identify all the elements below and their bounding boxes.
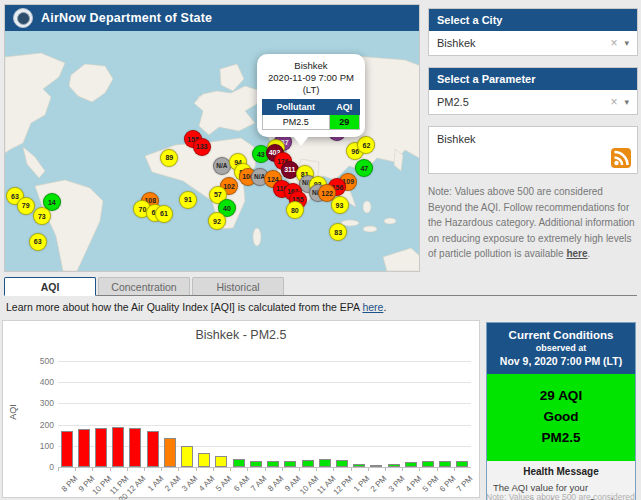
city-select-label: Select a City <box>429 9 637 31</box>
chart-x-tick <box>196 468 197 471</box>
chart-bar[interactable] <box>198 453 210 467</box>
map-marker[interactable]: 93 <box>331 196 349 214</box>
chart-bar[interactable] <box>215 456 227 467</box>
learn-more-here-link[interactable]: here <box>362 301 383 313</box>
chart-bar[interactable] <box>302 460 314 467</box>
learn-more-text: Learn more about how the Air Quality Ind… <box>6 301 362 313</box>
chart-y-tick: 200 <box>24 420 54 430</box>
note-suffix: . <box>588 248 591 259</box>
chart-x-tick <box>92 468 93 471</box>
learn-more-suffix: . <box>383 301 386 313</box>
beyond-aqi-note: Note: Values above 500 are considered Be… <box>428 184 638 262</box>
chart-bar[interactable] <box>250 461 262 467</box>
conditions-category: Good <box>491 407 631 428</box>
map-marker[interactable]: 91 <box>179 191 197 209</box>
chart-gridline <box>58 425 471 426</box>
chart-x-label: 10 AM <box>297 474 319 496</box>
chart-bar[interactable] <box>164 438 176 467</box>
learn-more-line: Learn more about how the Air Quality Ind… <box>6 301 386 313</box>
chart-bar[interactable] <box>405 462 417 467</box>
map-marker[interactable]: 92 <box>208 212 226 230</box>
map-marker[interactable]: 80 <box>286 201 304 219</box>
chart-bar[interactable] <box>181 446 193 467</box>
app-header: AirNow Department of State <box>5 5 419 31</box>
world-map[interactable]: 637914736315513389N/A9481106N/A102574092… <box>5 31 419 271</box>
chart-bar[interactable] <box>388 464 400 467</box>
chart-y-tick: 0 <box>24 462 54 472</box>
popup-table: Pollutant AQI PM2.5 29 <box>262 99 360 130</box>
chart-gridline <box>58 361 471 362</box>
chart-y-tick: 100 <box>24 441 54 451</box>
chart-x-tick <box>161 468 162 471</box>
clear-icon[interactable]: × <box>610 95 617 109</box>
chart-bar[interactable] <box>456 461 468 467</box>
popup-aqi-header: AQI <box>329 99 359 114</box>
note-here-link[interactable]: here <box>566 248 587 259</box>
chart-bar[interactable] <box>336 460 348 467</box>
chart-bar[interactable] <box>61 431 73 467</box>
conditions-footnote: Note: Values above 500 are considered Be… <box>486 492 636 500</box>
chart-bar[interactable] <box>267 461 279 467</box>
tab-historical[interactable]: Historical <box>192 277 284 295</box>
map-marker[interactable]: 47 <box>355 159 373 177</box>
conditions-header: Current Conditions observed at Nov 9, 20… <box>487 323 635 374</box>
city-select[interactable]: Bishkek × ▾ <box>429 31 637 55</box>
chart-x-tick <box>368 468 369 471</box>
rss-feed-box: Bishkek <box>428 126 638 174</box>
chart-x-tick <box>385 468 386 471</box>
chart-x-label: 5 AM <box>215 474 234 493</box>
chevron-down-icon[interactable]: ▾ <box>624 97 629 107</box>
map-marker[interactable]: 62 <box>357 136 375 154</box>
map-marker[interactable]: 133 <box>193 138 211 156</box>
sidebar: Select a City Bishkek × ▾ Select a Param… <box>428 8 638 262</box>
chart-x-tick <box>127 468 128 471</box>
popup-datetime: 2020-11-09 7:00 PM <box>262 72 360 84</box>
chart-x-tick <box>282 468 283 471</box>
chart-bar[interactable] <box>112 427 124 467</box>
parameter-select-label: Select a Parameter <box>429 68 637 90</box>
conditions-title: Current Conditions <box>491 329 631 341</box>
chart-bar[interactable] <box>319 459 331 467</box>
map-marker[interactable]: 79 <box>17 197 35 215</box>
map-marker[interactable]: 83 <box>329 223 347 241</box>
chart-x-label: 7 PM <box>455 474 475 494</box>
health-message-title: Health Message <box>493 466 629 477</box>
chart-bar[interactable] <box>370 465 382 467</box>
chart-bar[interactable] <box>353 464 365 467</box>
chart-bar[interactable] <box>233 459 245 467</box>
chart-bar[interactable] <box>439 461 451 467</box>
chart-x-label: 3 AM <box>180 474 199 493</box>
chart-x-label: 4 PM <box>404 474 424 494</box>
chart-x-label: 7 AM <box>249 474 268 493</box>
rss-icon[interactable] <box>611 148 631 168</box>
map-marker[interactable]: 61 <box>155 205 173 223</box>
chart-bar[interactable] <box>129 428 141 467</box>
chart-gridline <box>58 382 471 383</box>
chart-x-tick <box>402 468 403 471</box>
map-marker[interactable]: 63 <box>29 233 47 251</box>
parameter-select-value: PM2.5 <box>437 96 610 108</box>
chart-x-tick <box>144 468 145 471</box>
chevron-down-icon[interactable]: ▾ <box>624 38 629 48</box>
clear-icon[interactable]: × <box>610 36 617 50</box>
map-marker[interactable]: 73 <box>33 207 51 225</box>
chart-y-tick: 300 <box>24 398 54 408</box>
chart-x-tick <box>454 468 455 471</box>
chart-bar[interactable] <box>284 461 296 467</box>
chart-bar[interactable] <box>78 429 90 467</box>
chart-x-tick <box>58 468 59 471</box>
popup-aqi-value: 29 <box>329 114 359 129</box>
city-select-value: Bishkek <box>437 37 610 49</box>
conditions-observed-label: observed at <box>491 343 631 353</box>
tab-concentration[interactable]: Concentration <box>98 277 190 295</box>
chart-x-tick <box>110 468 111 471</box>
feed-city-label: Bishkek <box>437 133 629 145</box>
tab-aqi[interactable]: AQI <box>4 277 96 296</box>
chart-bar[interactable] <box>147 431 159 467</box>
map-marker[interactable]: 89 <box>160 149 178 167</box>
parameter-select[interactable]: PM2.5 × ▾ <box>429 90 637 114</box>
conditions-aqi-value: 29 AQI <box>491 386 631 407</box>
conditions-aqi-box: 29 AQI Good PM2.5 <box>487 374 635 461</box>
chart-bar[interactable] <box>422 461 434 467</box>
chart-bar[interactable] <box>95 428 107 467</box>
